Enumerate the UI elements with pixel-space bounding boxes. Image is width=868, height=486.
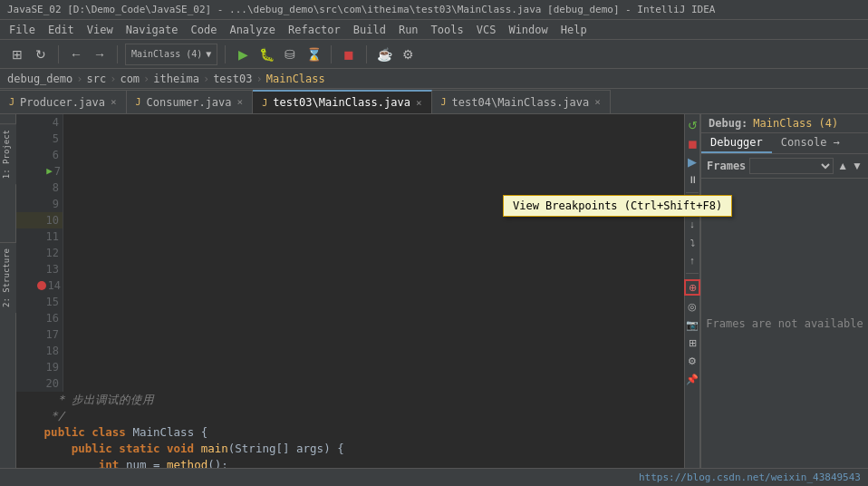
toolbar: ⊞ ↻ ← → MainClass (4) ▼ ▶ 🐛 ⛁ ⌛ ◼ ☕ ⚙ [0, 40, 868, 69]
console-tab[interactable]: Console → [772, 133, 849, 153]
toolbar-sep-5 [366, 45, 367, 63]
tab-icon-consumer: J [136, 97, 141, 107]
menu-bar: File Edit View Navigate Code Analyze Ref… [0, 20, 868, 40]
run-with-coverage-btn[interactable]: ⛁ [280, 44, 300, 64]
debugger-tab[interactable]: Debugger [701, 133, 772, 153]
sidebar-item-structure[interactable]: 2: Structure [0, 242, 16, 313]
breadcrumb-mainclass[interactable]: MainClass [266, 73, 325, 85]
debug-panel: Debug: MainClass (4) Debugger Console → … [700, 114, 868, 468]
gutter-line-15: 15 [16, 294, 63, 310]
tab-mainclass-test04[interactable]: J test04\MainClass.java × [432, 90, 611, 113]
tab-mainclass-test03[interactable]: J test03\MainClass.java × [253, 90, 431, 113]
debug-run-config: MainClass (4) [753, 117, 838, 130]
toolbar-back-btn[interactable]: ← [66, 44, 86, 64]
breadcrumb-debug-demo[interactable]: debug_demo [7, 73, 72, 85]
run-button[interactable]: ▶ [233, 44, 253, 64]
breadcrumb-test03[interactable]: test03 [213, 73, 252, 85]
menu-code[interactable]: Code [186, 22, 223, 38]
stop-debug-button[interactable]: ◼ [685, 136, 699, 151]
menu-run[interactable]: Run [393, 22, 424, 38]
step-into-button[interactable]: ↓ [685, 217, 699, 231]
gutter-line-8: 8 [16, 180, 63, 196]
gutter-line-5: 5 [16, 131, 63, 147]
tab-producer[interactable]: J Producer.java × [0, 90, 127, 113]
tab-label-producer: Producer.java [20, 96, 105, 109]
debug-toolbar-sep2 [686, 273, 699, 274]
breadcrumb-src[interactable]: src [86, 73, 106, 85]
dropdown-arrow: ▼ [206, 49, 211, 59]
sdk-btn[interactable]: ☕ [374, 44, 394, 64]
toolbar-sep-1 [58, 45, 59, 63]
code-line-4: * 步出调试的使用 [24, 392, 677, 408]
code-text-area[interactable]: * 步出调试的使用 */ public class MainClass { pu… [16, 392, 684, 468]
settings-debug-button[interactable]: ⚙ [685, 354, 699, 368]
settings-btn[interactable]: ⚙ [398, 44, 418, 64]
menu-help[interactable]: Help [555, 22, 593, 38]
mute-breakpoints-button[interactable]: ◎ [685, 299, 699, 314]
view-breakpoints-button[interactable]: ⊕ [684, 279, 700, 296]
gutter-line-14: 14 [16, 277, 63, 294]
tooltip-text: View Breakpoints (Ctrl+Shift+F8) [513, 199, 722, 212]
tab-icon-mainclass-04: J [441, 97, 447, 107]
tab-icon-mainclass: J [262, 98, 267, 108]
menu-navigate[interactable]: Navigate [121, 22, 184, 38]
breadcrumb-sep-4: › [203, 73, 209, 85]
gutter-line-11: 11 [16, 228, 63, 245]
menu-window[interactable]: Window [503, 22, 553, 38]
breadcrumb-itheima[interactable]: itheima [153, 73, 199, 85]
stop-btn[interactable]: ◼ [339, 44, 359, 64]
code-editor[interactable]: 4 5 6 ▶ 7 8 [16, 114, 684, 468]
run-config-label: MainClass (4) [131, 49, 202, 59]
toolbar-forward-btn[interactable]: → [90, 44, 110, 64]
menu-refactor[interactable]: Refactor [283, 22, 346, 38]
pause-button[interactable]: ⏸ [685, 172, 699, 187]
pin-button[interactable]: 📌 [685, 372, 699, 386]
tab-label-consumer: Consumer.java [147, 96, 232, 109]
debug-title: Debug: [709, 117, 747, 130]
evaluate-button[interactable]: ⊞ [685, 335, 699, 350]
tab-icon-producer: J [9, 97, 14, 107]
run-config-dropdown[interactable]: MainClass (4) ▼ [125, 44, 217, 65]
breadcrumb-com[interactable]: com [120, 73, 140, 85]
menu-build[interactable]: Build [348, 22, 391, 38]
line-numbers-gutter: 4 5 6 ▶ 7 8 [16, 114, 63, 392]
gutter-line-4: 4 [16, 114, 63, 131]
gutter-line-10: 10 [16, 212, 63, 228]
code-line-7: public static void main(String[] args) { [24, 441, 677, 457]
gutter-line-20: 20 [16, 375, 63, 392]
view-breakpoints-tooltip: View Breakpoints (Ctrl+Shift+F8) [503, 195, 732, 217]
resume-button[interactable]: ▶ [685, 154, 699, 169]
rerun-button[interactable]: ↺ [685, 118, 699, 132]
frames-dropdown[interactable] [749, 158, 834, 174]
debug-button[interactable]: 🐛 [256, 44, 276, 64]
tab-close-producer[interactable]: × [111, 96, 117, 108]
tab-close-mainclass-04[interactable]: × [594, 96, 601, 108]
toolbar-sync-btn[interactable]: ↻ [31, 44, 51, 64]
menu-edit[interactable]: Edit [43, 22, 80, 38]
breakpoint-14[interactable] [37, 281, 46, 290]
status-bar: https://blog.csdn.net/weixin_43849543 [0, 468, 868, 486]
code-line-5: */ [24, 408, 677, 424]
tab-close-consumer[interactable]: × [237, 96, 244, 108]
menu-file[interactable]: File [4, 22, 41, 38]
profile-btn[interactable]: ⌛ [304, 44, 323, 64]
frames-nav-down[interactable]: ▼ [852, 160, 863, 172]
title-bar: JavaSE_02 [D:\Demo_Code\JavaSE_02] - ...… [0, 0, 868, 20]
gutter-line-13: 13 [16, 261, 63, 277]
menu-view[interactable]: View [82, 22, 119, 38]
force-step-into-button[interactable]: ⤵ [685, 235, 699, 249]
frames-nav-up[interactable]: ▲ [837, 160, 848, 172]
step-out-button[interactable]: ↑ [685, 253, 699, 267]
camera-button[interactable]: 📷 [685, 317, 699, 332]
menu-tools[interactable]: Tools [426, 22, 469, 38]
tab-consumer[interactable]: J Consumer.java × [127, 90, 254, 113]
editor-tabs: J Producer.java × J Consumer.java × J te… [0, 89, 868, 114]
debug-panel-header: Debug: MainClass (4) [701, 114, 868, 133]
menu-analyze[interactable]: Analyze [224, 22, 281, 38]
toolbar-project-btn[interactable]: ⊞ [7, 44, 27, 64]
sidebar-item-project[interactable]: 1: Project [0, 123, 16, 184]
tab-close-mainclass[interactable]: × [416, 97, 422, 109]
menu-vcs[interactable]: VCS [471, 22, 502, 38]
gutter-line-17: 17 [16, 326, 63, 343]
gutter-line-6: 6 [16, 147, 63, 163]
